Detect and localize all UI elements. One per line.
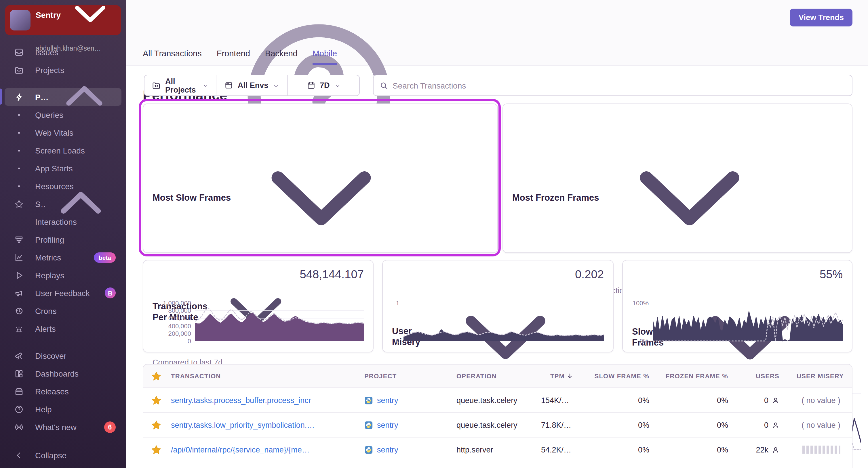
discover-icon <box>14 351 24 360</box>
table-row[interactable]: sentry.tasks.process_buffer.process_incr… <box>143 388 852 413</box>
col-tpm[interactable]: TPM <box>536 373 581 379</box>
y-axis-label: 1 <box>392 300 400 306</box>
col-project[interactable]: PROJECT <box>360 373 452 379</box>
releases-icon <box>14 387 24 396</box>
transaction-link[interactable]: sentry.tasks.low_priority_symbolication.… <box>166 421 360 429</box>
tab-all-transactions[interactable]: All Transactions <box>143 49 202 65</box>
tab-backend[interactable]: Backend <box>265 49 298 65</box>
table-row[interactable]: sentry.tasks.low_priority_symbolication.… <box>143 413 852 437</box>
operation-cell: http.server <box>452 445 536 454</box>
crons-icon <box>14 306 24 315</box>
slow-frames-chart: 100%0% <box>632 300 843 344</box>
y-axis-label: 0 <box>153 337 191 344</box>
y-axis-label: 400,000 <box>153 322 191 329</box>
most-frozen-frames-title[interactable]: Most Frozen Frames <box>512 111 843 283</box>
misery-bars <box>802 445 840 454</box>
sidebar-item-queries[interactable]: Queries <box>5 106 121 124</box>
broadcast-icon <box>14 422 24 432</box>
bullet-icon <box>14 128 24 137</box>
sidebar-item-starfish[interactable]: Starfish <box>5 195 121 213</box>
environment-filter[interactable]: All Envs <box>216 75 287 95</box>
bullet-icon <box>14 164 24 173</box>
sidebar-item-user-feedback[interactable]: User Feedback B <box>5 284 121 302</box>
star-icon[interactable] <box>143 371 166 381</box>
chevron-down-icon <box>64 0 116 42</box>
sidebar-item-interactions[interactable]: Interactions <box>5 213 121 231</box>
sidebar-item-web-vitals[interactable]: Web Vitals <box>5 124 121 141</box>
sidebar-item-dashboards[interactable]: Dashboards <box>5 365 121 382</box>
sidebar-collapse: Collapse <box>0 446 126 464</box>
sidebar-item-profiling[interactable]: Profiling <box>5 231 121 248</box>
y-axis-label: 600,000 <box>153 315 191 322</box>
collapse-icon <box>14 450 24 460</box>
sidebar: Sentry abdullah.khan@sen… Issues Project… <box>0 0 126 468</box>
col-slow-frame[interactable]: SLOW FRAME % <box>581 373 657 379</box>
star-icon[interactable] <box>143 444 166 455</box>
view-trends-button[interactable]: View Trends <box>790 9 852 27</box>
sidebar-item-replays[interactable]: Replays <box>5 266 121 284</box>
col-operation[interactable]: OPERATION <box>452 373 536 379</box>
dashboards-icon <box>14 369 24 378</box>
main-content: Performance View Trends All Transactions… <box>126 0 868 468</box>
sidebar-item-collapse[interactable]: Collapse <box>5 446 121 464</box>
project-link[interactable]: sentry <box>364 396 447 404</box>
sidebar-item-crons[interactable]: Crons <box>5 302 121 320</box>
chevron-down-icon <box>203 82 208 89</box>
tab-frontend[interactable]: Frontend <box>217 49 250 65</box>
project-filter[interactable]: All Projects <box>145 75 216 95</box>
sidebar-item-help[interactable]: Help <box>5 400 121 418</box>
col-users[interactable]: USERS <box>736 373 787 379</box>
slow-frame-cell: 0% <box>581 421 657 429</box>
tpm-cell: 54.2K/min <box>536 445 581 454</box>
table-row[interactable]: sentry.tasks.… sentry queue.task.celery … <box>143 462 852 468</box>
col-user-misery[interactable]: USER MISERY <box>787 373 852 379</box>
tab-mobile[interactable]: Mobile <box>313 49 337 65</box>
tpm-value: 548,144.107 <box>300 267 364 281</box>
sidebar-item-performance[interactable]: Performance <box>5 88 121 106</box>
sidebar-item-metrics[interactable]: Metrics beta <box>5 248 121 266</box>
issues-icon <box>14 47 24 57</box>
org-switcher[interactable]: Sentry abdullah.khan@sen… <box>5 5 121 35</box>
user-icon <box>772 446 779 453</box>
table-row[interactable]: /api/0/internal/rpc/{service_name}/{me… … <box>143 437 852 462</box>
most-slow-frames-title[interactable]: Most Slow Frames <box>153 111 488 283</box>
sidebar-item-issues[interactable]: Issues <box>5 43 121 61</box>
page-header: Performance View Trends All Transactions… <box>126 0 868 66</box>
chevron-down-icon <box>334 82 341 89</box>
chevron-down-icon <box>603 111 776 283</box>
transaction-link[interactable]: /api/0/internal/rpc/{service_name}/{me… <box>166 445 360 454</box>
sidebar-item-alerts[interactable]: Alerts <box>5 320 121 337</box>
transaction-link[interactable]: sentry.tasks.process_buffer.process_incr <box>166 396 360 404</box>
performance-icon <box>14 92 24 101</box>
table-header: TRANSACTION PROJECT OPERATION TPM SLOW F… <box>143 365 852 388</box>
chevron-down-icon <box>235 111 407 283</box>
chevron-down-icon <box>273 82 279 89</box>
metrics-badge: beta <box>94 252 116 263</box>
sidebar-item-releases[interactable]: Releases <box>5 382 121 400</box>
org-name: Sentry <box>36 10 61 20</box>
page-filter-group: All Projects All Envs 7D <box>144 75 360 96</box>
bullet-icon <box>14 110 24 119</box>
date-range-filter[interactable]: 7D <box>288 75 359 95</box>
frozen-frame-cell: 0% <box>657 445 736 454</box>
sidebar-item-what-s-new[interactable]: What's new 6 <box>5 418 121 436</box>
frozen-frame-cell: 0% <box>657 396 736 404</box>
frozen-frame-cell: 0% <box>657 421 736 429</box>
project-link[interactable]: sentry <box>364 421 447 429</box>
user-misery-card: User Misery Compared to last 7d 0.202 10 <box>382 260 614 353</box>
star-icon <box>14 199 24 208</box>
project-link[interactable]: sentry <box>364 445 447 454</box>
search-input[interactable]: Search Transactions <box>373 75 852 96</box>
user-misery-value: 0.202 <box>575 267 604 281</box>
users-cell: 0 <box>736 396 787 404</box>
sidebar-item-screen-loads[interactable]: Screen Loads <box>5 141 121 159</box>
col-frozen-frame[interactable]: FROZEN FRAME % <box>657 373 736 379</box>
star-icon[interactable] <box>143 420 166 430</box>
col-transaction[interactable]: TRANSACTION <box>166 373 360 379</box>
operation-cell: queue.task.celery <box>452 421 536 429</box>
python-platform-icon <box>364 421 373 429</box>
y-axis-label: 100% <box>632 300 649 306</box>
sidebar-item-discover[interactable]: Discover <box>5 347 121 365</box>
projects-icon <box>14 65 24 74</box>
star-icon[interactable] <box>143 395 166 406</box>
